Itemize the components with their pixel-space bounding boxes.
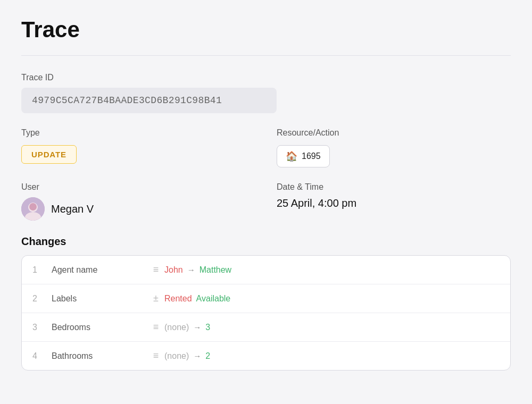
- new-value: Matthew: [200, 265, 231, 275]
- table-row: 3Bedrooms(none)→3: [22, 313, 510, 342]
- type-badge: UPDATE: [21, 145, 77, 164]
- svg-point-4: [29, 203, 37, 211]
- resource-box: 🏠 1695: [277, 145, 330, 167]
- equals-icon: [147, 350, 164, 361]
- plus-minus-icon: [147, 293, 164, 304]
- avatar-image: [21, 197, 45, 221]
- type-resource-row: Type UPDATE Resource/Action 🏠 1695: [21, 128, 511, 167]
- arrow-icon: →: [193, 323, 201, 332]
- change-values: (none)→2: [164, 351, 210, 361]
- equals-icon: [147, 264, 164, 275]
- user-row: Megan V: [21, 197, 277, 221]
- equals-icon: [147, 322, 164, 333]
- old-value: John: [164, 265, 183, 275]
- arrow-icon: →: [187, 265, 195, 274]
- user-datetime-row: User Megan V Date: [21, 182, 511, 221]
- table-row: 2LabelsRentedAvailable: [22, 284, 510, 313]
- resource-value: 1695: [302, 152, 321, 161]
- user-label: User: [21, 182, 277, 192]
- resource-label: Resource/Action: [277, 128, 511, 138]
- changes-table: 1Agent nameJohn→Matthew2LabelsRentedAvai…: [21, 255, 511, 371]
- page-container: Trace Trace ID 4979C5CA727B4BAADE3CD6B29…: [0, 0, 532, 404]
- table-row: 4Bathrooms(none)→2: [22, 342, 510, 370]
- new-value: 2: [205, 351, 210, 361]
- divider: [21, 55, 511, 56]
- trace-id-value: 4979C5CA727B4BAADE3CD6B291C98B41: [21, 88, 277, 113]
- datetime-label: Date & Time: [277, 182, 511, 192]
- table-row: 1Agent nameJohn→Matthew: [22, 256, 510, 284]
- arrow-icon: →: [193, 351, 201, 360]
- change-field: Bedrooms: [52, 323, 147, 332]
- type-col: Type UPDATE: [21, 128, 277, 167]
- new-value: Available: [196, 294, 231, 304]
- datetime-value: 25 April, 4:00 pm: [277, 197, 511, 209]
- user-name: Megan V: [51, 203, 94, 215]
- change-field: Labels: [52, 294, 147, 304]
- datetime-col: Date & Time 25 April, 4:00 pm: [277, 182, 511, 221]
- house-icon: 🏠: [286, 150, 297, 162]
- user-col: User Megan V: [21, 182, 277, 221]
- page-title: Trace: [21, 17, 511, 43]
- avatar: [21, 197, 45, 221]
- change-number: 3: [32, 323, 52, 332]
- resource-col: Resource/Action 🏠 1695: [277, 128, 511, 167]
- change-number: 2: [32, 294, 52, 304]
- new-value: 3: [205, 323, 210, 332]
- trace-id-label: Trace ID: [21, 73, 511, 82]
- changes-label: Changes: [21, 235, 511, 248]
- old-value: Rented: [164, 294, 192, 304]
- change-number: 4: [32, 351, 52, 361]
- change-number: 1: [32, 265, 52, 275]
- change-values: (none)→3: [164, 323, 210, 332]
- change-values: RentedAvailable: [164, 294, 230, 304]
- change-values: John→Matthew: [164, 265, 231, 275]
- type-label: Type: [21, 128, 277, 138]
- old-value: (none): [164, 323, 189, 332]
- change-field: Agent name: [52, 265, 147, 275]
- old-value: (none): [164, 351, 189, 361]
- change-field: Bathrooms: [52, 351, 147, 361]
